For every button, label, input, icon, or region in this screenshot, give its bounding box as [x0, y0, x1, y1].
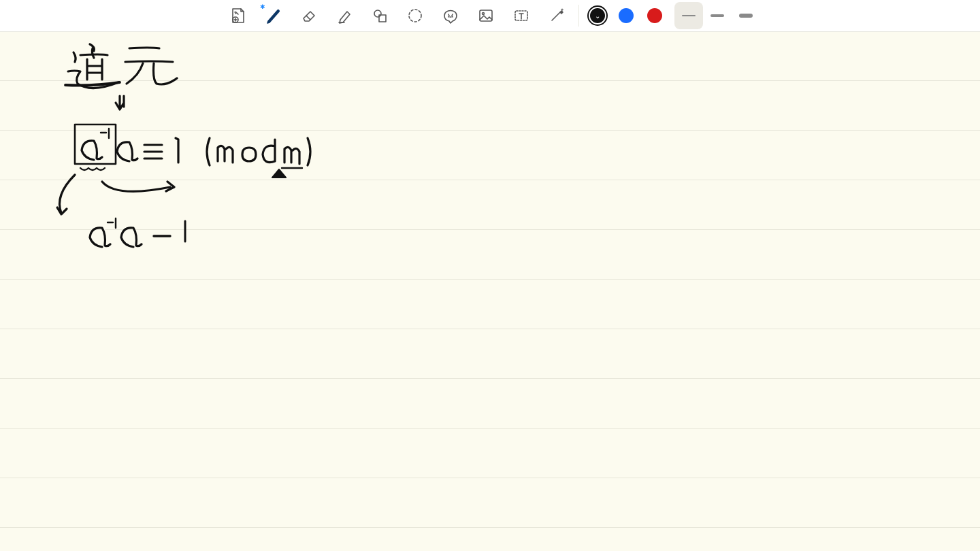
highlighter-icon [335, 6, 354, 25]
lasso-icon [406, 6, 425, 25]
add-page-tool[interactable] [220, 2, 256, 29]
ruled-line [0, 428, 980, 429]
chevron-down-icon: ⌄ [589, 7, 606, 24]
ruled-line [0, 329, 980, 329]
color-dot-blue [619, 8, 634, 23]
toolbar-divider [578, 5, 579, 27]
ruled-line [0, 478, 980, 478]
tool-group-colors: ⌄ [583, 2, 669, 29]
shapes-icon [370, 6, 389, 25]
add-page-icon [229, 6, 248, 25]
color-blue[interactable] [612, 2, 640, 29]
lasso-tool[interactable] [397, 2, 433, 29]
ruled-line [0, 180, 980, 180]
color-dot-red [647, 8, 662, 23]
stickers-icon [441, 6, 460, 25]
stroke-line-icon [739, 14, 753, 18]
magic-tool[interactable] [539, 2, 574, 29]
color-red[interactable] [640, 2, 669, 29]
text-icon [512, 6, 531, 25]
image-tool[interactable] [468, 2, 504, 29]
canvas[interactable] [0, 32, 980, 551]
svg-point-5 [482, 13, 484, 15]
tool-group-tools: ✱ [220, 2, 574, 29]
ruled-line [0, 279, 980, 280]
handwriting-ink [0, 32, 980, 551]
stroke-width-small[interactable] [674, 2, 703, 29]
highlighter-tool[interactable] [327, 2, 362, 29]
image-icon [476, 6, 495, 25]
toolbar: ✱ [0, 0, 980, 32]
ruled-line [0, 527, 980, 528]
magic-icon [547, 6, 566, 25]
stroke-width-large[interactable] [732, 2, 760, 29]
color-picker-button[interactable]: ⌄ [583, 2, 612, 29]
ruled-line [0, 130, 980, 131]
svg-point-1 [374, 10, 381, 17]
stickers-tool[interactable] [433, 2, 468, 29]
stroke-line-icon [710, 14, 724, 17]
tool-group-strokes [674, 2, 760, 29]
eraser-icon [299, 6, 318, 25]
pen-tool[interactable]: ✱ [256, 2, 291, 29]
eraser-tool[interactable] [291, 2, 327, 29]
bluetooth-icon: ✱ [260, 3, 265, 10]
stroke-width-medium[interactable] [703, 2, 732, 29]
ruled-line [0, 80, 980, 81]
svg-rect-4 [480, 10, 492, 21]
pen-icon [264, 6, 283, 25]
text-tool[interactable] [504, 2, 539, 29]
ruled-line [0, 229, 980, 230]
shapes-tool[interactable] [362, 2, 397, 29]
stroke-line-icon [682, 15, 696, 16]
ruled-line [0, 378, 980, 379]
svg-point-3 [409, 10, 421, 22]
